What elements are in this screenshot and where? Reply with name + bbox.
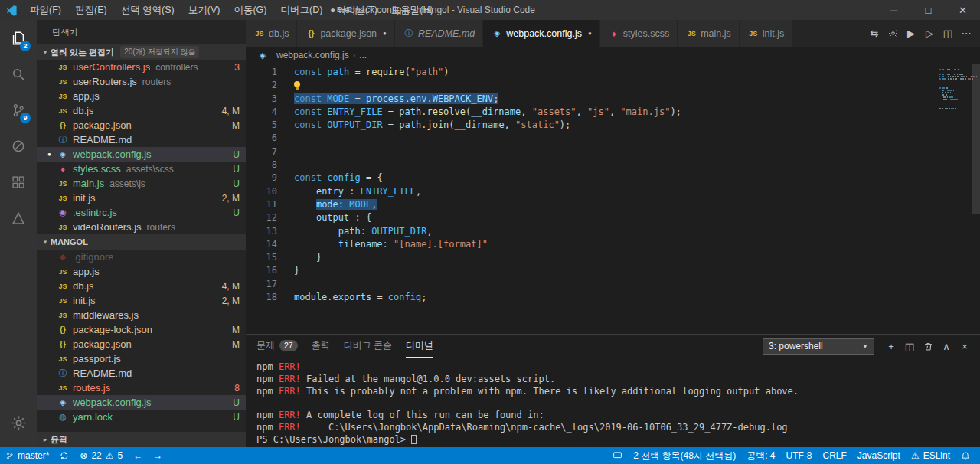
open-editors-header[interactable]: ▾ 열려 있는 편집기 20(개) 저장되지 않음 — [37, 44, 246, 60]
file-item[interactable]: JSroutes.js8 — [37, 381, 246, 395]
dirty-indicator[interactable]: ● — [383, 30, 387, 37]
editor-tab[interactable]: JSinit.js — [740, 20, 792, 47]
code-line[interactable]: 2 — [246, 79, 933, 92]
settings-gear-icon[interactable] — [0, 405, 37, 441]
minimize-button[interactable]: ─ — [877, 0, 911, 20]
file-item[interactable]: ◈webpack.config.jsU — [37, 395, 246, 410]
search-icon[interactable] — [0, 56, 37, 92]
code-line[interactable]: 12 output : { — [246, 211, 933, 224]
kill-terminal-icon[interactable] — [919, 337, 937, 355]
feedback-icon[interactable] — [607, 447, 628, 464]
menu-item[interactable]: 디버그(D) — [274, 0, 330, 20]
file-item[interactable]: JSapp.js — [37, 89, 246, 103]
panel-tab[interactable]: 디버그 콘솔 — [344, 335, 392, 358]
code-line[interactable]: 15 } — [246, 251, 933, 264]
code-line[interactable]: 10 entry : ENTRY_FILE, — [246, 185, 933, 198]
eslint-status[interactable]: ⚠ ESLint — [906, 447, 956, 464]
file-item[interactable]: ◍yarn.lockU — [37, 410, 246, 424]
eol-indicator[interactable]: CRLF — [818, 447, 852, 464]
bell-icon[interactable] — [956, 447, 975, 464]
code-line[interactable]: 13 path: OUTPUT_DIR, — [246, 225, 933, 238]
file-item[interactable]: JSuserRouters.jsrouters — [37, 74, 246, 89]
file-item[interactable]: JSinit.js2, M — [37, 293, 246, 308]
code-line[interactable]: 4const ENTRY_FILE = path.resolve(__dirna… — [246, 106, 933, 119]
navigate-back-icon[interactable]: ← — [128, 447, 148, 464]
folder-header[interactable]: ▾ MANGOL — [37, 234, 246, 250]
file-item[interactable]: ♦styles.scssassets\scssU — [37, 162, 246, 176]
file-item[interactable]: JSdb.js4, M — [37, 279, 246, 293]
editor-tab[interactable]: {}package.json● — [297, 20, 394, 47]
file-item[interactable]: JSinit.js2, M — [37, 191, 246, 205]
panel-tab[interactable]: 문제27 — [256, 335, 298, 358]
editor-scrollbar[interactable] — [972, 64, 980, 214]
code-line[interactable]: 16} — [246, 264, 933, 277]
file-item[interactable]: ●◈webpack.config.jsU — [37, 147, 246, 162]
menu-item[interactable]: 이동(G) — [227, 0, 273, 20]
lightbulb-icon[interactable] — [294, 81, 300, 87]
outline-header[interactable]: ▸ 윤곽 — [37, 432, 246, 447]
code-line[interactable]: 5const OUTPUT_DIR = path.join(__dirname,… — [246, 119, 933, 132]
azure-icon[interactable] — [0, 200, 37, 236]
file-item[interactable]: JSdb.js4, M — [37, 103, 246, 118]
editor-tab[interactable]: ⓘREADME.md — [395, 20, 482, 47]
file-item[interactable]: JSvideoRouters.jsrouters — [37, 220, 246, 234]
code-line[interactable]: 3const MODE = process.env.WEBPACK_ENV; — [246, 93, 933, 106]
code-line[interactable]: 7 — [246, 145, 933, 158]
editor-tab[interactable]: ◈webpack.config.js● — [483, 20, 599, 47]
debug-icon[interactable] — [0, 128, 37, 164]
problems-item[interactable]: ⊗ 22 ⚠ 5 — [74, 447, 128, 464]
file-item[interactable]: JSapp.js — [37, 264, 246, 279]
explorer-icon[interactable]: 2 — [0, 20, 37, 56]
code-line[interactable]: 14 filename: "[name].[format]" — [246, 238, 933, 251]
terminal-picker[interactable]: 3: powershell ▼ — [763, 338, 874, 355]
code-line[interactable]: 18module.exports = config; — [246, 291, 933, 304]
encoding-indicator[interactable]: UTF-8 — [781, 447, 818, 464]
file-item[interactable]: ⓘREADME.md — [37, 366, 246, 381]
navigate-forward-icon[interactable]: → — [148, 447, 168, 464]
file-item[interactable]: JSuserControllers.jscontrollers3 — [37, 60, 246, 74]
more-actions-icon[interactable]: ⋯ — [957, 25, 975, 43]
code-line[interactable]: 11 mode: MODE, — [246, 198, 933, 211]
menu-item[interactable]: 선택 영역(S) — [114, 0, 181, 20]
file-item[interactable]: JSmiddlewares.js — [37, 308, 246, 322]
gear-icon[interactable] — [884, 25, 902, 43]
breadcrumb-more[interactable]: ... — [359, 50, 367, 60]
editor-tab[interactable]: JSdb.js — [246, 20, 296, 47]
file-item[interactable]: ◉.eslintrc.jsU — [37, 205, 246, 220]
run-icon[interactable]: ▶ — [902, 25, 920, 43]
file-item[interactable]: ◆.gitignore — [37, 250, 246, 264]
file-item[interactable]: {}package.jsonM — [37, 118, 246, 132]
file-item[interactable]: JSmain.jsassets\jsU — [37, 176, 246, 191]
open-changes-icon[interactable]: ⇆ — [865, 25, 884, 43]
code-line[interactable]: 1const path = require("path") — [246, 66, 933, 79]
code-lines[interactable]: 1const path = require("path")23const MOD… — [246, 64, 933, 334]
add-terminal-icon[interactable]: + — [882, 337, 900, 355]
split-terminal-icon[interactable]: ◫ — [900, 337, 919, 355]
editor-tab[interactable]: ♦styles.scss — [600, 20, 677, 47]
close-button[interactable]: ✕ — [946, 0, 980, 20]
breadcrumb[interactable]: ◈ webpack.config.js › ... — [246, 47, 980, 64]
code-line[interactable]: 6 — [246, 132, 933, 145]
code-line[interactable]: 17 — [246, 278, 933, 291]
menu-item[interactable]: 보기(V) — [181, 0, 227, 20]
code-line[interactable]: 8 — [246, 158, 933, 172]
file-item[interactable]: {}package-lock.jsonM — [37, 322, 246, 337]
panel-tab[interactable]: 출력 — [312, 335, 330, 358]
close-panel-icon[interactable]: × — [956, 337, 974, 355]
split-editor-icon[interactable]: ◫ — [939, 25, 957, 43]
code-line[interactable]: 9const config = { — [246, 172, 933, 185]
panel-tab[interactable]: 터미널 — [406, 335, 433, 358]
source-control-icon[interactable]: 9 — [0, 92, 37, 128]
maximize-button[interactable]: □ — [911, 0, 946, 20]
dirty-indicator[interactable]: ● — [588, 30, 592, 37]
maximize-panel-icon[interactable]: ∧ — [937, 337, 956, 355]
file-item[interactable]: JSpassport.js — [37, 351, 246, 366]
breadcrumb-file[interactable]: webpack.config.js — [276, 50, 349, 60]
selection-info[interactable]: 2 선택 항목(48자 선택됨) — [628, 447, 741, 464]
indentation-indicator[interactable]: 공백: 4 — [741, 447, 780, 464]
code-editor[interactable]: 1const path = require("path")23const MOD… — [246, 64, 980, 334]
menu-item[interactable]: 편집(E) — [68, 0, 114, 20]
file-item[interactable]: ⓘREADME.md — [37, 132, 246, 147]
git-branch-item[interactable]: master* — [0, 447, 54, 464]
terminal-output[interactable]: npm ERR!npm ERR! Failed at the mangol@1.… — [246, 358, 980, 447]
